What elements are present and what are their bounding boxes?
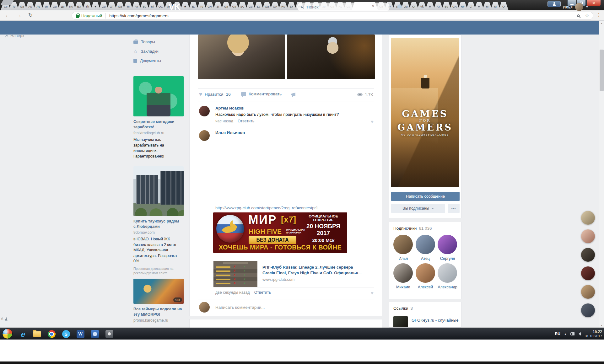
avatar[interactable] [581,229,595,243]
avatar[interactable] [393,235,413,254]
ad-image[interactable] [133,76,184,116]
taskbar-app-icon[interactable] [104,329,115,338]
keyboard-tray-icon[interactable] [570,332,575,335]
ad-title[interactable]: Секретные методики заработка! [133,119,182,130]
avatar[interactable] [393,263,413,283]
window-close-button[interactable]: × [586,0,601,6]
browser-tab[interactable]: Ga × [17,2,27,10]
comment-url-link[interactable]: http://www.rpg-club.com/start/peace/?reg… [215,205,375,211]
sidebar-item-bookmarks[interactable]: ☆ Закладки [133,46,184,56]
comment-author-link[interactable]: Илья Ильинов [215,130,245,135]
ad-block-2[interactable]: Купить таунхаус рядом с Люберцами 9domov… [133,166,184,275]
taskbar-app-icon[interactable] [89,329,100,338]
avatar[interactable] [199,106,210,116]
start-button[interactable] [2,329,13,339]
browser-tab[interactable]: Qu × [401,2,411,10]
comment-like-icon[interactable]: ♥ [371,119,374,124]
avatar[interactable] [438,263,457,283]
browser-profile-button[interactable] [547,1,561,7]
browser-tab[interactable]: × [352,2,378,10]
share-button[interactable] [291,92,296,97]
back-button[interactable]: ← [5,12,10,19]
like-button[interactable]: ♥ Нравится 16 [199,92,231,97]
browser-tab[interactable]: M × [490,2,500,10]
browser-tab[interactable]: Иг × [41,2,51,10]
reply-link[interactable]: Ответить [238,119,254,123]
tray-expand-icon[interactable]: ▲ [564,333,567,335]
subscriber-item[interactable]: Михаил [392,263,414,289]
browser-tab[interactable]: Vk × [417,2,427,10]
avatar[interactable] [438,235,457,254]
browser-tab[interactable]: Ga × [99,2,109,10]
subscribed-button[interactable]: Вы подписаны [391,204,445,213]
links-header[interactable]: Ссылки3 [393,306,413,311]
browser-tab[interactable]: M × [425,2,435,10]
browser-menu-icon[interactable]: ⋮ [596,12,601,18]
subscriber-item[interactable]: Алексей [414,263,437,289]
tab-close-icon[interactable]: × [372,4,374,8]
notifications-bell-icon[interactable] [397,4,402,8]
browser-tab[interactable]: Ga × [229,2,239,10]
taskbar-word-icon[interactable]: W [75,329,86,338]
more-options-button[interactable]: ••• [448,204,460,213]
browser-tab[interactable]: Mi × [148,2,158,10]
browser-tab[interactable]: GT × [107,2,117,10]
bookmark-star-icon[interactable]: ☆ [585,13,589,18]
browser-tab[interactable]: Ga × [262,2,272,10]
scroll-down-arrow[interactable]: ▼ [599,323,604,328]
browser-tab[interactable]: Бе × [441,2,451,10]
subscriber-name[interactable]: Атец [421,256,430,261]
link-item-title[interactable]: GFGKeys.ru - случайные [412,318,458,323]
taskbar-skype-icon[interactable]: S [60,329,72,338]
subscriber-name[interactable]: Михаил [396,285,410,289]
browser-tab[interactable]: OI × [409,2,419,10]
subscriber-item[interactable]: Илья [392,235,414,261]
browser-tab[interactable]: Ga × [221,2,231,10]
browser-tab[interactable]: EX × [74,2,84,10]
ad-image[interactable]: 18+ [133,279,184,304]
browser-tab[interactable]: RF × [458,2,468,10]
scrollbar-thumb[interactable] [600,50,604,91]
scrollbar[interactable]: ▲ ▼ [599,21,604,328]
avatar[interactable] [581,285,595,299]
ad-title[interactable]: Купить таунхаус рядом с Люберцами [133,219,182,229]
avatar[interactable] [416,263,435,283]
subscriber-name[interactable]: Сергуля [440,256,455,261]
browser-tab[interactable]: Tu × [197,2,207,10]
browser-tab[interactable]: Nc × [66,2,76,10]
sidebar-item-documents[interactable]: Документы [133,56,184,65]
avatar[interactable] [581,248,595,262]
comment-author-link[interactable]: Артём Исаков [215,106,244,110]
back-to-top-link[interactable]: Наверх [6,33,24,38]
browser-tab[interactable]: SC × [237,2,247,10]
send-message-button[interactable]: Написать сообщение [391,192,460,201]
zoom-icon[interactable] [577,14,580,17]
browser-tab[interactable]: Av × [131,2,141,10]
browser-tab[interactable]: ZI × [213,2,223,10]
browser-tab[interactable]: Ga × [245,2,256,10]
forward-button[interactable]: → [16,12,22,19]
browser-tab[interactable]: Дс × [58,2,68,10]
browser-tab[interactable]: Tc × [123,2,133,10]
avatar[interactable] [581,211,595,225]
browser-tab[interactable]: Ex × [286,2,296,10]
scroll-up-arrow[interactable]: ▲ [599,21,604,26]
subscriber-item[interactable]: Атец [414,235,437,261]
taskbar-chrome-icon[interactable] [46,329,57,338]
browser-tab[interactable]: Cj × [466,2,476,10]
browser-tab[interactable]: M × [482,2,492,10]
browser-tab[interactable]: Лу × [33,2,43,10]
comment-like-icon[interactable]: ♥ [371,290,374,296]
list-item[interactable]: GFGKeys.ru - случайные [393,316,458,328]
browser-tab[interactable]: O × [499,2,509,10]
ad-title[interactable]: Все геймеры подсели на эту MMORPG! [133,307,182,317]
taskbar-explorer-icon[interactable] [31,329,43,338]
ad-image[interactable] [133,166,184,216]
address-bar[interactable]: Надежный https://vk.com/gamesforgamers ☆ [72,12,593,20]
avatar[interactable] [581,303,595,317]
browser-tab[interactable]: Ga × [115,2,125,10]
subscriber-name[interactable]: Илья [399,256,408,261]
volume-icon[interactable] [579,332,581,336]
hashtag-line[interactable] [215,174,375,180]
subscribers-header[interactable]: Подписчики61 036 [393,226,432,231]
